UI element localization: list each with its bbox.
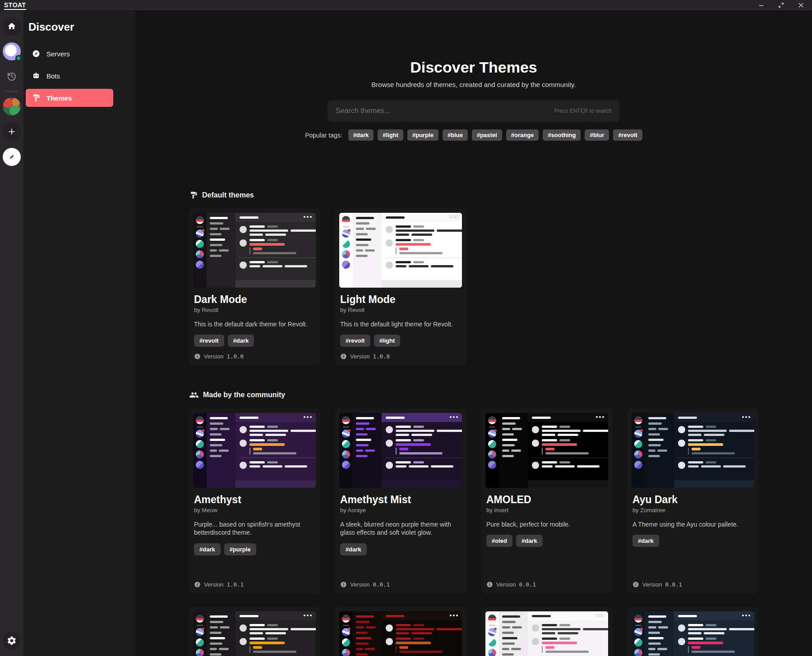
popular-tag[interactable]: #light [378,129,403,141]
user-avatar[interactable] [3,42,21,60]
theme-version-row: Version 1.0.1 [194,575,316,588]
thumb-decoration [356,249,378,252]
thumb-decoration [240,417,258,419]
theme-tag[interactable]: #revolt [340,335,370,347]
theme-tag[interactable]: #dark [194,543,221,555]
theme-card[interactable]: Amethyst by Meow Purple... based on spin… [189,408,320,593]
theme-card[interactable] [481,607,613,656]
popular-tag[interactable]: #revolt [613,129,642,141]
theme-thumbnail[interactable] [632,611,754,656]
version-number: 0.0.1 [373,581,390,588]
thumb-decoration [502,615,520,618]
thumb-decoration [688,430,727,432]
settings-button[interactable] [3,632,21,650]
card-menu-button[interactable] [304,416,312,418]
theme-thumbnail[interactable] [339,413,462,488]
thumb-decoration [648,615,666,618]
thumb-decoration [674,422,754,469]
thumb-decoration [210,642,222,645]
theme-tag[interactable]: #dark [516,535,543,547]
close-button[interactable] [798,2,804,9]
card-menu-button[interactable] [450,615,458,616]
thumb-decoration [532,462,539,469]
theme-description: This is the default light theme for Revo… [340,320,461,328]
thumb-decoration [688,628,727,630]
history-button[interactable] [3,68,21,86]
sidebar-item-themes[interactable]: Themes [26,89,113,107]
thumb-decoration [692,651,735,653]
thumb-decoration [431,465,453,468]
thumb-decoration [267,426,278,428]
theme-tag[interactable]: #dark [340,543,367,555]
theme-thumbnail[interactable] [632,413,754,488]
thumb-decoration [488,649,496,656]
thumb-decoration [399,252,443,254]
theme-card[interactable]: Dark Mode by Revolt This is the default … [189,208,320,365]
thumb-decoration [648,428,656,430]
info-icon [340,353,347,360]
card-menu-button[interactable] [304,216,312,218]
card-menu-button[interactable] [450,216,458,218]
theme-tag[interactable]: #light [374,335,401,347]
theme-tag[interactable]: #oled [486,535,512,547]
card-menu-button[interactable] [596,615,604,616]
popular-tag[interactable]: #blur [585,129,609,141]
theme-tag[interactable]: #dark [228,335,254,347]
theme-card[interactable]: Amethyst Mist by Asraye A sleek, blurred… [335,408,466,593]
thumb-decoration [583,430,608,432]
theme-card[interactable] [189,607,320,656]
card-menu-button[interactable] [450,416,458,418]
card-menu-button[interactable] [742,416,750,418]
thumb-decoration [450,216,452,218]
theme-card[interactable]: Light Mode by Revolt This is the default… [335,208,466,365]
thumb-decoration [249,439,316,454]
thumb-decoration [396,638,462,640]
maximize-button[interactable] [778,2,784,9]
theme-thumbnail[interactable] [193,413,316,488]
popular-tag[interactable]: #purple [407,129,438,141]
sidebar-item-servers[interactable]: Servers [26,45,113,63]
theme-card[interactable] [335,607,466,656]
search-input[interactable] [336,107,549,115]
popular-tag[interactable]: #pastel [472,129,502,141]
thumb-decoration [365,450,375,452]
theme-thumbnail[interactable] [339,213,462,288]
theme-thumbnail[interactable] [193,213,316,288]
card-menu-button[interactable] [596,416,604,418]
server-rail [0,11,23,656]
thumb-decoration [307,216,309,218]
thumb-decoration [545,651,589,653]
theme-card[interactable]: AMOLED by insert Pure black, perfect for… [481,408,613,593]
thumb-decoration [399,248,408,250]
search-box[interactable]: Press ENTER to search [328,100,620,122]
theme-thumbnail[interactable] [485,611,608,656]
theme-thumbnail[interactable] [193,611,316,656]
home-button[interactable] [3,17,21,35]
theme-thumbnail[interactable] [339,611,462,656]
minimize-button[interactable] [758,2,764,9]
popular-tag[interactable]: #orange [506,129,539,141]
card-menu-button[interactable] [742,615,750,616]
thumb-decoration [249,239,316,254]
server-avatar[interactable] [3,97,21,115]
thumb-decoration [196,216,204,224]
sidebar-item-bots[interactable]: Bots [26,67,113,85]
theme-card[interactable]: Ayu Dark by Zomatree A Theme using the A… [627,408,759,593]
theme-tag[interactable]: #revolt [194,335,224,347]
add-server-button[interactable] [3,123,21,141]
thumb-decoration [386,462,393,469]
popular-tag[interactable]: #blue [443,129,468,141]
thumb-decoration [502,621,516,623]
thumb-decoration [386,257,462,258]
discover-button[interactable] [3,148,21,166]
popular-tag[interactable]: #dark [348,129,374,141]
theme-thumbnail[interactable] [485,413,608,488]
thumb-decoration [210,439,225,441]
theme-tag[interactable]: #purple [224,543,256,555]
theme-card[interactable] [627,607,759,656]
theme-tag[interactable]: #dark [632,535,659,547]
thumb-decoration [688,638,754,640]
card-menu-button[interactable] [304,615,312,616]
popular-tag[interactable]: #soothing [543,129,581,141]
thumb-decoration [413,239,424,241]
